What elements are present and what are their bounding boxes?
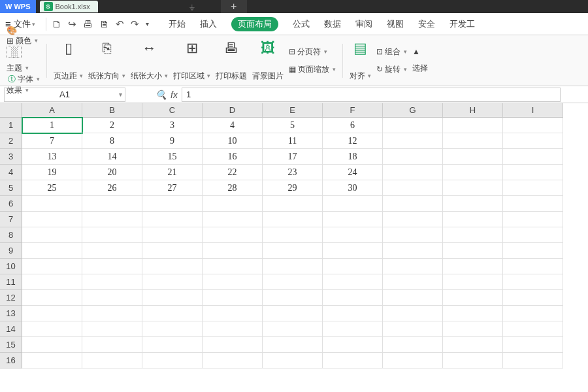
- cell[interactable]: [383, 243, 443, 259]
- tab-页面布局[interactable]: 页面布局: [231, 17, 278, 31]
- cell[interactable]: [383, 259, 443, 274]
- cell[interactable]: [443, 212, 503, 227]
- cell[interactable]: [82, 290, 142, 306]
- cell[interactable]: 25: [22, 180, 82, 196]
- cell[interactable]: [142, 243, 203, 259]
- cell[interactable]: [203, 243, 263, 259]
- cell[interactable]: [503, 196, 563, 212]
- cell[interactable]: [22, 259, 82, 274]
- tab-插入[interactable]: 插入: [200, 18, 217, 30]
- cell[interactable]: [323, 243, 383, 259]
- cell[interactable]: [263, 353, 323, 368]
- cell[interactable]: [82, 274, 142, 290]
- cell[interactable]: [142, 337, 203, 353]
- cell[interactable]: [22, 306, 82, 321]
- row-header-15[interactable]: 15: [0, 337, 22, 353]
- cell[interactable]: [443, 337, 503, 353]
- bg-image-button[interactable]: 🖼背景图片: [250, 40, 286, 82]
- row-header-2[interactable]: 2: [0, 133, 22, 149]
- cell[interactable]: [503, 321, 563, 337]
- row-header-8[interactable]: 8: [0, 227, 22, 243]
- share-icon[interactable]: ↪: [68, 18, 76, 30]
- cell[interactable]: [203, 290, 263, 306]
- cell[interactable]: [203, 259, 263, 274]
- tab-开发工[interactable]: 开发工: [449, 18, 475, 30]
- cell[interactable]: 21: [142, 165, 203, 180]
- cell[interactable]: 9: [142, 133, 203, 149]
- cell[interactable]: [22, 337, 82, 353]
- bring-front-icon[interactable]: ▲: [412, 47, 428, 56]
- cell[interactable]: [263, 196, 323, 212]
- cell[interactable]: [503, 133, 563, 149]
- cell[interactable]: [82, 321, 142, 337]
- cell[interactable]: [503, 227, 563, 243]
- cell[interactable]: [142, 274, 203, 290]
- zoom-icon[interactable]: 🔍: [155, 90, 167, 100]
- cell[interactable]: [142, 259, 203, 274]
- name-box[interactable]: A1 ▾: [4, 88, 125, 102]
- cell[interactable]: [503, 149, 563, 165]
- orientation-button[interactable]: ⎘纸张方向: [86, 40, 128, 82]
- cell[interactable]: [503, 337, 563, 353]
- cell[interactable]: 5: [263, 118, 323, 133]
- cell[interactable]: [263, 227, 323, 243]
- cell[interactable]: [323, 227, 383, 243]
- cell[interactable]: [203, 353, 263, 368]
- cell[interactable]: [263, 212, 323, 227]
- cell[interactable]: [443, 321, 503, 337]
- cell[interactable]: [503, 259, 563, 274]
- cell[interactable]: [503, 180, 563, 196]
- cell[interactable]: [142, 306, 203, 321]
- cell[interactable]: [383, 118, 443, 133]
- cell[interactable]: [203, 321, 263, 337]
- cell[interactable]: [82, 212, 142, 227]
- cell[interactable]: [323, 274, 383, 290]
- cell[interactable]: [443, 118, 503, 133]
- cell[interactable]: [443, 274, 503, 290]
- select-label[interactable]: 选择: [412, 63, 428, 74]
- cell[interactable]: [503, 306, 563, 321]
- cell[interactable]: [263, 259, 323, 274]
- tab-审阅[interactable]: 审阅: [355, 18, 372, 30]
- cell[interactable]: [203, 337, 263, 353]
- scale-dropdown[interactable]: ▦ 页面缩放: [289, 64, 336, 75]
- cell[interactable]: 20: [82, 165, 142, 180]
- cell[interactable]: [323, 212, 383, 227]
- margins-button[interactable]: ▯页边距: [51, 40, 86, 82]
- col-header-C[interactable]: C: [142, 103, 203, 118]
- cell[interactable]: [503, 165, 563, 180]
- cell[interactable]: [263, 274, 323, 290]
- cell[interactable]: [142, 353, 203, 368]
- cell[interactable]: [22, 274, 82, 290]
- row-header-3[interactable]: 3: [0, 149, 22, 165]
- microphone-icon[interactable]: ⏚: [189, 2, 195, 12]
- cell[interactable]: [383, 212, 443, 227]
- cell[interactable]: [22, 243, 82, 259]
- tab-安全[interactable]: 安全: [418, 18, 435, 30]
- cell[interactable]: 3: [142, 118, 203, 133]
- cell[interactable]: 1: [22, 118, 82, 133]
- cell[interactable]: [383, 165, 443, 180]
- print-area-button[interactable]: ⊞打印区域: [171, 40, 213, 82]
- cell[interactable]: [443, 290, 503, 306]
- col-header-B[interactable]: B: [82, 103, 142, 118]
- size-button[interactable]: ↔纸张大小: [128, 40, 171, 82]
- row-header-11[interactable]: 11: [0, 274, 22, 290]
- rotate-dropdown[interactable]: ↻ 旋转: [376, 64, 407, 75]
- cell[interactable]: [443, 149, 503, 165]
- cell[interactable]: [22, 212, 82, 227]
- cell[interactable]: [22, 353, 82, 368]
- cell[interactable]: [503, 274, 563, 290]
- cell[interactable]: [503, 243, 563, 259]
- cell[interactable]: [383, 321, 443, 337]
- new-tab-button[interactable]: +: [221, 0, 247, 13]
- cell[interactable]: [323, 290, 383, 306]
- cell[interactable]: [82, 227, 142, 243]
- cell[interactable]: 19: [22, 165, 82, 180]
- cell[interactable]: [82, 196, 142, 212]
- cell[interactable]: [22, 227, 82, 243]
- cell[interactable]: [383, 274, 443, 290]
- cell[interactable]: [82, 353, 142, 368]
- tab-公式[interactable]: 公式: [293, 18, 310, 30]
- cell[interactable]: [503, 118, 563, 133]
